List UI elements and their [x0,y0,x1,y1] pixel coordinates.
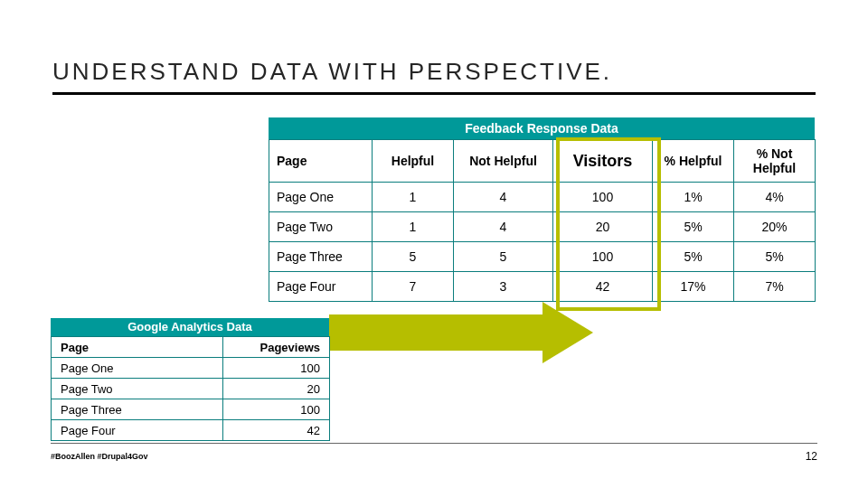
table-row: Page Three 5 5 100 5% 5% [269,242,816,272]
footer-rule [51,443,817,444]
cell: 100 [553,183,653,212]
title-rule [52,92,816,95]
ga-header-row: Page Pageviews [52,337,330,358]
cell: Page Three [52,399,223,420]
cell: Page Four [269,272,373,302]
feedback-table: Page Helpful Not Helpful Visitors % Help… [269,139,816,302]
page-number: 12 [806,450,817,463]
cell: 20% [734,212,816,242]
cell: 7 [373,272,454,302]
cell: 100 [553,242,653,272]
slide-title: UNDERSTAND DATA WITH PERSPECTIVE. [52,58,612,86]
cell: 4 [454,212,553,242]
cell: Page Two [269,212,373,242]
feedback-header-row: Page Helpful Not Helpful Visitors % Help… [269,140,816,183]
col-pct-helpful: % Helpful [653,140,734,183]
cell: 1% [653,183,734,212]
footer-hashtag: #BoozAllen #Drupal4Gov [51,452,148,461]
arrow-icon [329,302,593,363]
cell: 1 [373,212,454,242]
col-not-helpful: Not Helpful [454,140,553,183]
table-row: Page Three 100 [52,399,330,420]
cell: 3 [454,272,553,302]
cell: 100 [223,358,330,379]
table-row: Page One 1 4 100 1% 4% [269,183,816,212]
cell: 5% [734,242,816,272]
cell: Page One [269,183,373,212]
feedback-banner: Feedback Response Data [269,117,815,139]
cell: 5 [454,242,553,272]
col-visitors: Visitors [553,140,653,183]
cell: 5 [373,242,454,272]
col-pct-not-helpful: % Not Helpful [734,140,816,183]
cell: 1 [373,183,454,212]
ga-banner: Google Analytics Data [51,318,329,336]
cell: Page Two [52,379,223,399]
cell: 20 [553,212,653,242]
cell: 5% [653,212,734,242]
cell: 4 [454,183,553,212]
col-page: Page [269,140,373,183]
ga-table: Page Pageviews Page One 100 Page Two 20 … [51,336,330,441]
cell: 100 [223,399,330,420]
cell: 5% [653,242,734,272]
cell: Page One [52,358,223,379]
cell: 17% [653,272,734,302]
col-pageviews: Pageviews [223,337,330,358]
cell: Page Three [269,242,373,272]
cell: Page Four [52,420,223,441]
table-row: Page Two 20 [52,379,330,399]
cell: 20 [223,379,330,399]
table-row: Page Two 1 4 20 5% 20% [269,212,816,242]
table-row: Page One 100 [52,358,330,379]
cell: 42 [223,420,330,441]
col-page: Page [52,337,223,358]
cell: 42 [553,272,653,302]
table-row: Page Four 42 [52,420,330,441]
cell: 4% [734,183,816,212]
col-helpful: Helpful [373,140,454,183]
cell: 7% [734,272,816,302]
table-row: Page Four 7 3 42 17% 7% [269,272,816,302]
